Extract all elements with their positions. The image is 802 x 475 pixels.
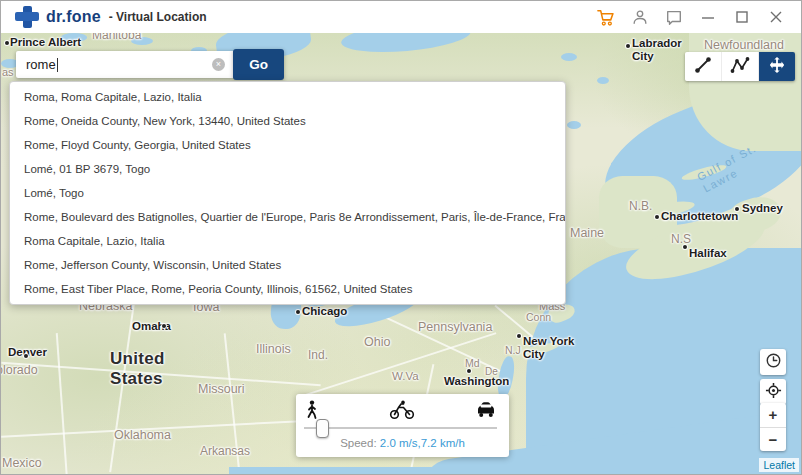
map-city-label: Halifax (689, 247, 727, 260)
map-region-label: Md (465, 357, 480, 369)
cart-icon[interactable] (596, 8, 615, 27)
speed-label: Speed: (340, 437, 376, 449)
speed-slider-thumb[interactable] (316, 419, 329, 438)
small-lake (597, 77, 609, 84)
city-dot-icon (296, 310, 300, 314)
speed-panel: Speed: 2.0 m/s,7.2 km/h (296, 394, 509, 457)
clock-icon (765, 352, 782, 373)
locate-icon (765, 382, 782, 403)
app-window: dr.fone - Virtual Location (0, 0, 802, 475)
city-dot-icon (5, 41, 9, 45)
small-lake (567, 121, 581, 129)
clear-search-icon[interactable]: × (212, 58, 225, 71)
speed-value: 2.0 m/s,7.2 km/h (380, 437, 465, 449)
map-region-label: Mexico (2, 456, 42, 470)
zoom-in-button[interactable]: + (760, 403, 786, 428)
map-region-label: N.B. (629, 200, 652, 214)
maximize-icon[interactable] (732, 8, 751, 27)
map-region-label: Maine (570, 226, 604, 240)
search-input[interactable]: rome (16, 51, 233, 78)
window-title: - Virtual Location (109, 10, 207, 24)
title-bar: dr.fone - Virtual Location (1, 1, 801, 34)
map-city-label: Charlottetown (661, 210, 738, 223)
map-region-label: Conn (526, 311, 551, 323)
map-region-label: Colorado (1, 363, 38, 377)
map-region-label: Pennsylvania (418, 320, 492, 334)
map-region-label: N.S (671, 233, 691, 247)
speed-slider-track[interactable] (304, 427, 497, 429)
city-dot-icon (735, 207, 739, 211)
map-region-label: as (2, 66, 14, 79)
city-dot-icon (655, 215, 659, 219)
zoom-out-button[interactable]: − (760, 428, 786, 452)
map-region-label: Missouri (198, 382, 245, 396)
multi-stop-route-icon (730, 55, 750, 79)
teleport-mode-button[interactable] (759, 52, 795, 81)
map-city-label: Labrador City (632, 37, 682, 63)
search-result-item[interactable]: Rome, Floyd County, Georgia, United Stat… (10, 133, 565, 157)
search-results-dropdown: Roma, Roma Capitale, Lazio, ItaliaRome, … (9, 81, 566, 305)
map-region-label: Ohio (364, 335, 390, 349)
small-lake (561, 53, 577, 61)
map-region-label: Newfoundland (704, 38, 784, 52)
map-city-label: New York City (523, 335, 574, 361)
search-result-item[interactable]: Roma, Roma Capitale, Lazio, Italia (10, 85, 565, 109)
map-region-label: Arkansas (200, 445, 250, 459)
car-icon[interactable] (475, 400, 497, 422)
zoom-control: + − (760, 403, 786, 451)
search-result-item[interactable]: Rome, Boulevard des Batignolles, Quartie… (10, 205, 565, 229)
history-button[interactable] (760, 349, 786, 375)
search-result-item[interactable]: Rome, Oneida County, New York, 13440, Un… (10, 109, 565, 133)
map-city-label: Prince Albert (10, 36, 81, 49)
map-city-label: Chicago (302, 305, 347, 318)
city-dot-icon (162, 324, 166, 328)
search-result-item[interactable]: Rome, East Tiber Place, Rome, Peoria Cou… (10, 277, 565, 301)
map-region-label: De (485, 366, 498, 378)
map-city-label: Washington (444, 375, 509, 388)
go-button[interactable]: Go (233, 49, 284, 80)
text-caret (57, 58, 58, 72)
map-region-label: Ind. (308, 349, 328, 363)
bike-icon[interactable] (389, 400, 415, 424)
bay-water (340, 33, 472, 57)
one-stop-route-button[interactable] (685, 52, 722, 81)
map-region-label: Oklahoma (114, 428, 171, 442)
map-canvas[interactable]: Prince AlbertLabrador CityCharlottetownS… (1, 33, 801, 474)
search-result-item[interactable]: Lomé, Togo (10, 181, 565, 205)
map-region-label: Illinois (256, 342, 291, 356)
search-result-item[interactable]: Roma Capitale, Lazio, Italia (10, 229, 565, 253)
teleport-mode-icon (768, 56, 786, 78)
leaflet-attribution[interactable]: Leaflet (759, 458, 799, 472)
titlebar-actions (596, 1, 801, 33)
map-country-label: United States (110, 349, 165, 388)
map-road-line (56, 333, 68, 474)
brand-name: dr.fone (46, 8, 101, 26)
mode-button-group (685, 52, 795, 81)
drfone-logo-icon (15, 6, 39, 28)
map-city-label: Sydney (742, 202, 783, 215)
search-result-item[interactable]: Rome, Jefferson County, Wisconsin, Unite… (10, 253, 565, 277)
map-region-label: Manitoba (92, 33, 141, 43)
multi-stop-route-button[interactable] (722, 52, 759, 81)
minimize-icon[interactable] (698, 8, 717, 27)
city-dot-icon (517, 334, 521, 338)
city-dot-icon (24, 354, 28, 358)
speed-readout: Speed: 2.0 m/s,7.2 km/h (296, 437, 509, 449)
user-icon[interactable] (630, 8, 649, 27)
close-icon[interactable] (766, 8, 785, 27)
city-dot-icon (626, 44, 630, 48)
center-location-button[interactable] (760, 379, 786, 405)
message-icon[interactable] (664, 8, 683, 27)
coastal-water-strip (229, 467, 801, 474)
map-region-label: W.Va (392, 370, 419, 383)
search-input-value: rome (26, 57, 56, 72)
city-dot-icon (467, 369, 471, 373)
search-result-item[interactable]: Lomé, 01 BP 3679, Togo (10, 157, 565, 181)
one-stop-route-icon (693, 55, 713, 79)
map-region-label: N.J (505, 344, 521, 356)
